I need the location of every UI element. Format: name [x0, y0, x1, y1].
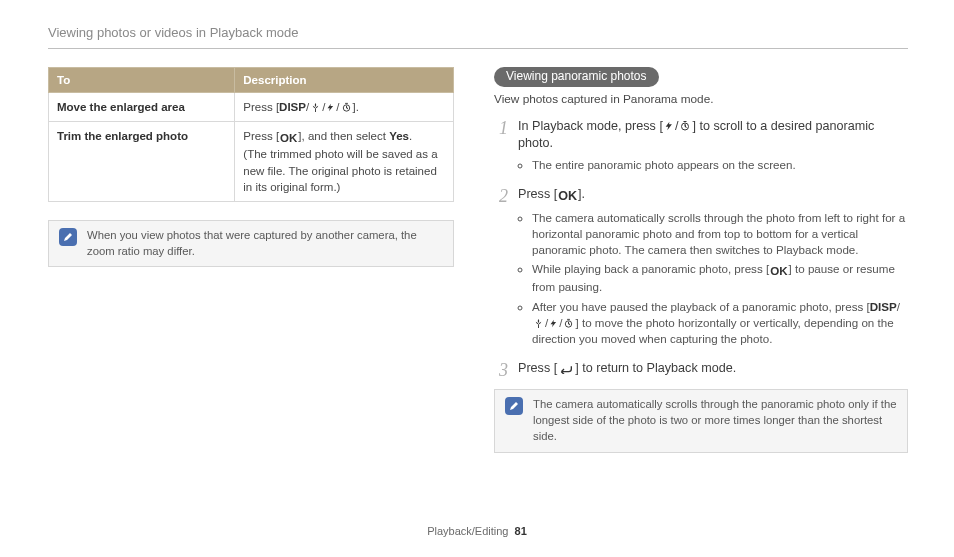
- divider: [48, 48, 908, 49]
- info-note-text: When you view photos that were captured …: [87, 228, 443, 260]
- section-intro: View photos captured in Panorama mode.: [494, 91, 908, 108]
- step-number: 2: [494, 186, 508, 205]
- ok-icon: OK: [279, 130, 298, 146]
- disp-label: DISP: [279, 101, 306, 113]
- return-icon: [557, 364, 575, 374]
- actions-table: To Description Move the enlarged area Pr…: [48, 67, 454, 202]
- text: Press [: [518, 361, 557, 375]
- section-pill: Viewing panoramic photos: [494, 67, 659, 87]
- info-note-text: The camera automatically scrolls through…: [533, 397, 897, 444]
- text: After you have paused the playback of a …: [532, 300, 870, 313]
- info-note: When you view photos that were captured …: [48, 220, 454, 268]
- step-number: 1: [494, 118, 508, 137]
- table-header-desc: Description: [235, 68, 454, 93]
- step-bullet: The entire panoramic photo appears on th…: [532, 157, 908, 173]
- text: While playing back a panoramic photo, pr…: [532, 262, 769, 275]
- sep: /: [897, 300, 900, 313]
- timer-icon: [678, 120, 692, 132]
- macro-icon: [532, 318, 545, 329]
- text: Press [: [243, 130, 279, 142]
- row-note: (The trimmed photo will be saved as a ne…: [243, 148, 437, 192]
- row-label: Trim the enlarged photo: [49, 122, 235, 201]
- table-row: Trim the enlarged photo Press [OK], and …: [49, 122, 454, 201]
- flash-icon: [325, 102, 336, 113]
- step-bullet: The camera automatically scrolls through…: [532, 210, 908, 259]
- page-title: Viewing photos or videos in Playback mod…: [48, 24, 908, 42]
- steps-list: 1 In Playback mode, press [/] to scroll …: [494, 118, 908, 380]
- text: .: [409, 130, 412, 142]
- flash-icon: [663, 120, 675, 132]
- step-item: 1 In Playback mode, press [/] to scroll …: [494, 118, 908, 176]
- row-desc: Press [DISP///].: [235, 93, 454, 122]
- step-bullet: After you have paused the playback of a …: [532, 299, 908, 348]
- step-item: 3 Press [] to return to Playback mode.: [494, 360, 908, 379]
- text: ].: [353, 101, 359, 113]
- text: ] to move the photo horizontally or vert…: [532, 316, 894, 345]
- step-item: 2 Press [OK]. The camera automatically s…: [494, 186, 908, 350]
- macro-icon: [309, 102, 322, 113]
- text: In Playback mode, press [: [518, 119, 663, 133]
- table-row: Move the enlarged area Press [DISP///].: [49, 93, 454, 122]
- step-number: 3: [494, 360, 508, 379]
- page-footer: Playback/Editing 81: [0, 524, 954, 539]
- row-label: Move the enlarged area: [49, 93, 235, 122]
- info-note-icon: [59, 228, 77, 246]
- left-column: To Description Move the enlarged area Pr…: [48, 67, 454, 453]
- info-note-icon: [505, 397, 523, 415]
- text: Press [: [518, 187, 557, 201]
- ok-icon: OK: [769, 263, 788, 279]
- footer-section: Playback/Editing: [427, 525, 508, 537]
- table-header-to: To: [49, 68, 235, 93]
- text: ] to return to Playback mode.: [575, 361, 736, 375]
- ok-icon: OK: [557, 188, 578, 206]
- text: Press [: [243, 101, 279, 113]
- disp-label: DISP: [870, 300, 897, 313]
- info-note: The camera automatically scrolls through…: [494, 389, 908, 452]
- step-bullet: While playing back a panoramic photo, pr…: [532, 261, 908, 295]
- timer-icon: [340, 102, 353, 113]
- footer-page-number: 81: [515, 525, 527, 537]
- flash-icon: [548, 318, 559, 329]
- timer-icon: [562, 318, 575, 329]
- right-column: Viewing panoramic photos View photos cap…: [494, 67, 908, 453]
- yes-label: Yes: [389, 130, 409, 142]
- row-desc: Press [OK], and then select Yes. (The tr…: [235, 122, 454, 201]
- text: ].: [578, 187, 585, 201]
- text: ], and then select: [298, 130, 389, 142]
